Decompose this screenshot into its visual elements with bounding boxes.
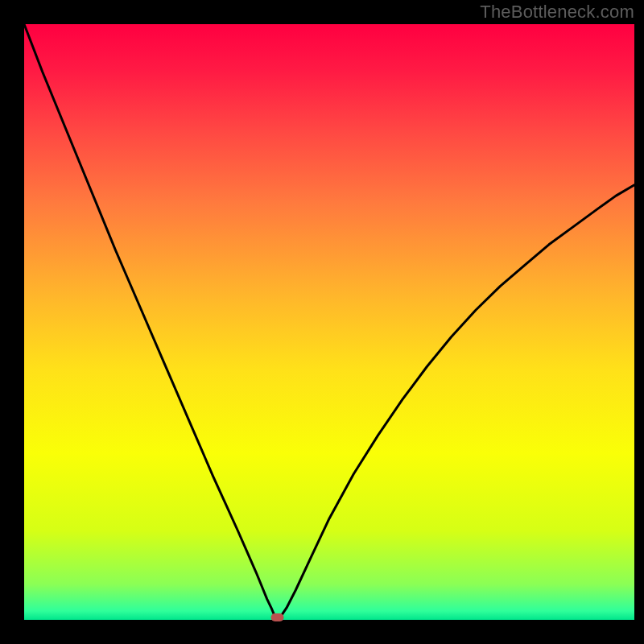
optimal-point-marker — [271, 613, 284, 621]
chart-stage: TheBottleneck.com — [0, 0, 644, 644]
plot-background — [24, 24, 634, 620]
bottleneck-chart — [0, 0, 644, 644]
watermark-text: TheBottleneck.com — [480, 2, 634, 23]
